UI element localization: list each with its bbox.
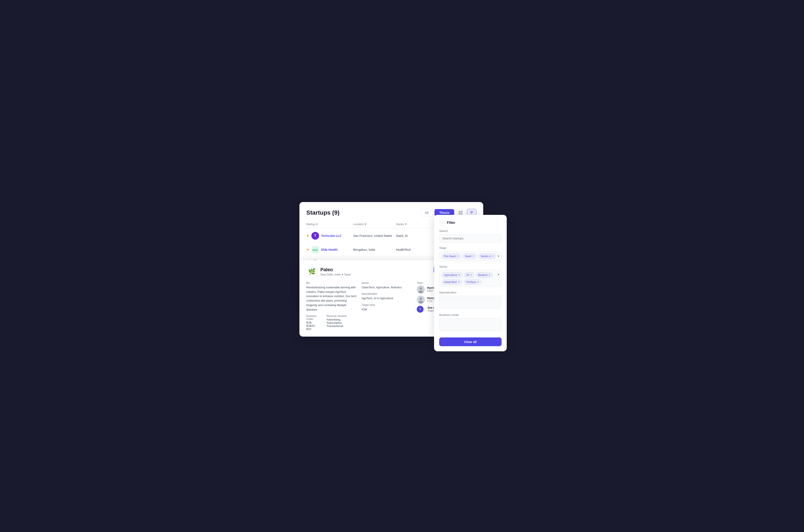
filter-sector-label: Sector bbox=[439, 265, 501, 268]
detail-meta: New Delhi, India Seed bbox=[321, 273, 351, 276]
tag-cleantech[interactable]: CleanTech × bbox=[441, 279, 462, 285]
filter-search-section: Search bbox=[439, 229, 501, 242]
see-all-button[interactable]: + bbox=[417, 306, 424, 313]
remove-ai[interactable]: × bbox=[470, 273, 472, 277]
col-startup: Startup bbox=[306, 223, 353, 226]
filter-header: › Filter bbox=[439, 220, 501, 226]
search-input[interactable] bbox=[439, 234, 501, 242]
sort-location-icon[interactable] bbox=[365, 223, 366, 225]
detail-logo-area: 🌿 Paleo New Delhi, India Seed bbox=[306, 266, 351, 277]
sort-startup-icon[interactable] bbox=[316, 223, 318, 225]
startup-name[interactable]: Techcube LLC bbox=[321, 234, 342, 238]
business-model-label: Business model bbox=[306, 315, 321, 321]
business-info: Business model B2B, B2B2C, B2C Revenue s… bbox=[306, 315, 357, 330]
svg-rect-0 bbox=[459, 211, 460, 212]
bio-section: Bio Revolutionizing sustainable farming … bbox=[306, 282, 357, 330]
stage-tags-container: Pre-Seed × Seed × Series A × ▾ bbox=[439, 251, 501, 261]
sector-section: Sector CleanTech, Agriculture, Robotics … bbox=[362, 282, 413, 330]
all-button[interactable]: All bbox=[420, 209, 433, 216]
remove-fintech[interactable]: × bbox=[477, 280, 479, 283]
remove-agriculture[interactable]: × bbox=[458, 273, 460, 277]
sort-sector-icon[interactable] bbox=[405, 223, 407, 225]
sector-dropdown-arrow[interactable]: ▾ bbox=[498, 273, 499, 276]
star-icon[interactable]: ★ bbox=[306, 234, 309, 238]
business-model-input[interactable] bbox=[439, 318, 501, 331]
startup-cell: ★ ELDA Elda Health bbox=[306, 246, 353, 253]
page-title: Startups (9) bbox=[306, 209, 340, 216]
stage-dropdown-arrow[interactable]: ▾ bbox=[498, 254, 499, 258]
startup-cell: ★ T Techcube LLC bbox=[306, 232, 353, 240]
tag-fintech[interactable]: FinTech × bbox=[464, 279, 481, 285]
business-model-value: B2B, B2B2C, B2C bbox=[306, 321, 321, 330]
sector-value: CleanTech, Agriculture, Robotics bbox=[362, 285, 413, 290]
grid-icon bbox=[459, 211, 462, 215]
filter-icon bbox=[470, 211, 474, 215]
target-raise-value: €1M bbox=[362, 307, 413, 311]
revenue-streams-label: Revenue streams bbox=[327, 315, 357, 318]
filter-title: Filter bbox=[447, 221, 455, 225]
remove-seed[interactable]: × bbox=[472, 254, 474, 258]
specialization-label: Specialization bbox=[362, 292, 413, 296]
tag-ai[interactable]: AI × bbox=[464, 272, 474, 278]
sector-tags-container: Agriculture × AI × Biotech × ▾ CleanTech… bbox=[439, 270, 501, 287]
svg-rect-1 bbox=[461, 211, 462, 212]
target-raise-label: Target raise bbox=[362, 303, 413, 306]
bio-label: Bio bbox=[306, 282, 357, 284]
filter-stage-label: Stage bbox=[439, 246, 501, 249]
specialization-input[interactable] bbox=[439, 296, 501, 309]
tag-biotech[interactable]: Biotech × bbox=[476, 272, 493, 278]
tag-series-a[interactable]: Series A × bbox=[478, 253, 496, 259]
clear-all-button[interactable]: Clear all bbox=[439, 338, 501, 346]
tag-agriculture[interactable]: Agriculture × bbox=[441, 272, 462, 278]
col-location: Location bbox=[353, 223, 396, 226]
remove-series-a[interactable]: × bbox=[492, 254, 494, 258]
filter-business-model-label: Business model bbox=[439, 313, 501, 317]
revenue-streams-value: Advertising, Subscription, Transactional bbox=[327, 318, 357, 328]
filter-sector-section: Sector Agriculture × AI × Biotech × ▾ Cl… bbox=[439, 265, 501, 287]
svg-text:ELDA: ELDA bbox=[313, 249, 318, 251]
location-cell: Bengaluru, India bbox=[353, 248, 396, 251]
filter-business-model-section: Business model bbox=[439, 313, 501, 332]
specialization-value: AgriTech, AI in Agriculture bbox=[362, 296, 413, 301]
detail-company-logo: 🌿 bbox=[306, 266, 317, 277]
startup-name[interactable]: Elda Health bbox=[321, 248, 337, 251]
avatar: ELDA bbox=[311, 246, 319, 253]
filter-specialization-section: Specialization bbox=[439, 291, 501, 309]
svg-rect-2 bbox=[459, 213, 460, 214]
filter-specialization-label: Specialization bbox=[439, 291, 501, 294]
tag-preseed[interactable]: Pre-Seed × bbox=[441, 253, 461, 259]
avatar: T bbox=[311, 232, 319, 240]
detail-company-name: Paleo bbox=[321, 267, 351, 272]
team-avatar-henry bbox=[417, 296, 425, 304]
tag-seed[interactable]: Seed × bbox=[462, 253, 477, 259]
filter-collapse-button[interactable]: › bbox=[439, 220, 445, 226]
star-icon[interactable]: ★ bbox=[306, 248, 309, 252]
bio-text: Revolutionizing sustainable farming with… bbox=[306, 285, 357, 312]
filter-panel: › Filter Search Stage Pre-Seed × Seed × … bbox=[434, 215, 507, 351]
svg-point-14 bbox=[420, 298, 422, 300]
sector-label: Sector bbox=[362, 282, 413, 284]
svg-point-11 bbox=[420, 287, 422, 290]
remove-biotech[interactable]: × bbox=[489, 273, 490, 277]
location-cell: San Francisco, United States bbox=[353, 234, 396, 238]
team-avatar-harriet bbox=[417, 285, 425, 293]
filter-stage-section: Stage Pre-Seed × Seed × Series A × ▾ bbox=[439, 246, 501, 261]
remove-preseed[interactable]: × bbox=[457, 254, 458, 258]
remove-cleantech[interactable]: × bbox=[458, 280, 460, 283]
filter-search-label: Search bbox=[439, 229, 501, 232]
dot-separator bbox=[342, 274, 343, 275]
svg-rect-3 bbox=[461, 213, 462, 214]
